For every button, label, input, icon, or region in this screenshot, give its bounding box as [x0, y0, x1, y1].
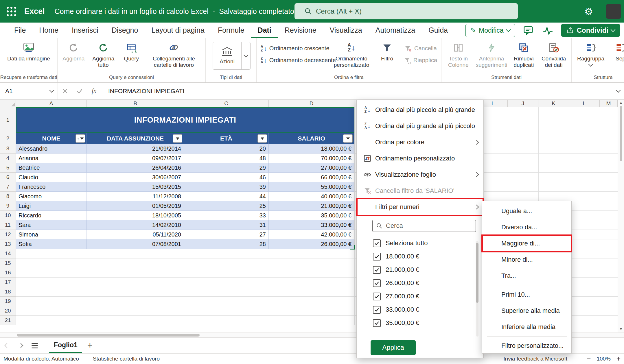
data-validation-button[interactable]: Convalida dei dati [538, 40, 570, 69]
cancel-entry-icon[interactable] [58, 83, 72, 99]
refresh-all-button[interactable]: Aggiorna tutto [88, 40, 119, 69]
row-header-7[interactable]: 7 [0, 182, 16, 192]
number-filter-option[interactable]: Minore di... [482, 252, 571, 268]
filter-menu-item[interactable]: Filtri per numeri [357, 199, 483, 215]
row-header-18[interactable]: 18 [0, 287, 16, 297]
vertical-scrollbar-thumb[interactable] [620, 106, 622, 161]
table-cell[interactable]: 26/04/2016 [87, 163, 184, 173]
table-cell[interactable]: 39 [184, 182, 269, 192]
app-launcher-waffle-icon[interactable] [0, 0, 23, 23]
table-cell[interactable]: 25 [184, 201, 269, 211]
scroll-up-icon[interactable]: ▲ [618, 100, 624, 106]
filter-dropdown-icon[interactable] [343, 134, 353, 143]
table-header-cell[interactable]: SALARIO [269, 133, 354, 144]
row-header-4[interactable]: 4 [0, 154, 16, 163]
filter-value-checkbox-item[interactable]: 18.000,00 € [357, 250, 483, 263]
workbook-statistics-status[interactable]: Statistiche cartella di lavoro [93, 356, 160, 362]
filter-value-checkbox-item[interactable]: 26.000,00 € [357, 276, 483, 290]
filter-menu-item[interactable]: Ordina per colore [357, 134, 483, 150]
search-input[interactable]: Cerca (Alt + X) [294, 3, 518, 19]
row-header-9[interactable]: 9 [0, 201, 16, 211]
formula-content[interactable]: INFORMAZIONI IMPIEGATI [108, 88, 184, 95]
number-filter-option[interactable]: Tra... [482, 268, 571, 284]
table-cell[interactable]: 26.000,00 € [269, 239, 354, 249]
data-types-dropdown[interactable]: Azioni [213, 42, 251, 70]
filter-button[interactable]: Filtro [372, 40, 402, 63]
checkbox-checked-icon[interactable] [373, 293, 381, 300]
column-header-K[interactable]: K [538, 100, 569, 107]
table-cell[interactable]: Beatrice [16, 163, 87, 173]
table-cell[interactable]: 44 [184, 192, 269, 201]
table-cell[interactable]: 30/06/2007 [87, 173, 184, 182]
filter-dropdown-icon[interactable] [257, 134, 267, 143]
table-cell[interactable]: 11/12/2008 [87, 192, 184, 201]
ribbon-tab-revisione[interactable]: Revisione [278, 23, 323, 38]
table-cell[interactable]: 20 [184, 144, 269, 154]
zoom-level[interactable]: 100% [597, 356, 611, 362]
group-button[interactable]: Raggruppa [573, 40, 608, 68]
row-header-10[interactable]: 10 [0, 211, 16, 220]
expand-formula-bar-icon[interactable] [616, 88, 621, 93]
checkbox-checked-icon[interactable] [373, 319, 381, 327]
table-cell[interactable]: Arianna [16, 154, 87, 163]
ribbon-tab-formule[interactable]: Formule [211, 23, 251, 38]
filter-value-checkbox-item[interactable]: 27.000,00 € [357, 290, 483, 303]
filter-menu-item[interactable]: AZ↓Ordina dal più piccolo al più grande [357, 102, 483, 118]
table-cell[interactable]: 09/07/2017 [87, 154, 184, 163]
table-cell[interactable]: 01/05/2019 [87, 201, 184, 211]
number-filter-option[interactable]: Superiore alla media [482, 303, 571, 319]
table-cell[interactable]: Luigi [16, 201, 87, 211]
next-sheet-icon[interactable] [14, 338, 28, 353]
number-filter-option[interactable]: Uguale a... [482, 203, 571, 219]
apply-filter-button[interactable]: Applica [371, 340, 416, 355]
row-header-11[interactable]: 11 [0, 220, 16, 230]
name-box[interactable]: A1 [0, 83, 58, 99]
table-cell[interactable]: 35.000,00 € [269, 211, 354, 220]
number-filter-option[interactable]: Filtro personalizzato... [482, 338, 571, 354]
column-header-J[interactable]: J [508, 100, 538, 107]
ribbon-tab-guida[interactable]: Guida [422, 23, 454, 38]
table-cell[interactable]: 05/11/2020 [87, 230, 184, 239]
filter-search-input[interactable]: Cerca [372, 220, 476, 232]
zoom-in-icon[interactable]: + [616, 355, 621, 362]
table-cell[interactable]: 18/10/2005 [87, 211, 184, 220]
row-header-16[interactable]: 16 [0, 268, 16, 278]
zoom-out-icon[interactable]: − [587, 355, 591, 362]
row-header-15[interactable]: 15 [0, 258, 16, 268]
table-header-cell[interactable]: ETÀ [184, 133, 269, 144]
row-header-14[interactable]: 14 [0, 249, 16, 258]
settings-gear-icon[interactable]: ⚙ [582, 5, 595, 18]
number-filter-option[interactable]: Inferiore alla media [482, 319, 571, 335]
editing-mode-button[interactable]: ✎ Modifica [465, 24, 515, 37]
sort-descending-button[interactable]: ZA↓ Ordinamento decrescente [258, 55, 331, 66]
filter-menu-item[interactable]: Ordinamento personalizzato [357, 150, 483, 167]
filter-list-scrollbar-thumb[interactable] [476, 243, 478, 303]
table-cell[interactable]: Riccardo [16, 211, 87, 220]
vertical-scrollbar[interactable]: ▲ ▼ [618, 100, 624, 332]
table-cell[interactable]: 31 [184, 220, 269, 230]
checkbox-checked-icon[interactable] [373, 239, 381, 247]
custom-sort-button[interactable]: AZ↓ Ordinamento personalizzato [331, 40, 372, 69]
row-header-1[interactable]: 1 [0, 107, 16, 133]
table-cell[interactable]: 21/09/2014 [87, 144, 184, 154]
ribbon-tab-inserisci[interactable]: Inserisci [65, 23, 105, 38]
previous-sheet-icon[interactable] [0, 338, 14, 353]
table-cell[interactable]: 33 [184, 211, 269, 220]
column-header-D[interactable]: D [269, 100, 354, 107]
workbook-links-button[interactable]: Collegamenti alle cartelle di lavoro [144, 40, 204, 69]
checkbox-checked-icon[interactable] [373, 266, 381, 274]
ribbon-tab-disegno[interactable]: Disegno [105, 23, 145, 38]
user-avatar[interactable] [606, 4, 621, 19]
column-header-B[interactable]: B [87, 100, 184, 107]
table-cell[interactable]: 42.000,00 € [269, 230, 354, 239]
number-filter-option[interactable]: Diverso da... [482, 219, 571, 235]
row-header-5[interactable]: 5 [0, 163, 16, 173]
number-filter-option[interactable]: Primi 10... [482, 287, 571, 303]
number-filter-option[interactable]: Maggiore di... [482, 235, 571, 252]
table-cell[interactable]: Sofia [16, 239, 87, 249]
checkbox-checked-icon[interactable] [373, 253, 381, 260]
select-all-corner[interactable] [0, 100, 16, 107]
dropdown-arrow[interactable] [241, 42, 250, 69]
table-cell[interactable]: 21.000,00 € [269, 201, 354, 211]
column-header-M[interactable]: M [600, 100, 618, 107]
